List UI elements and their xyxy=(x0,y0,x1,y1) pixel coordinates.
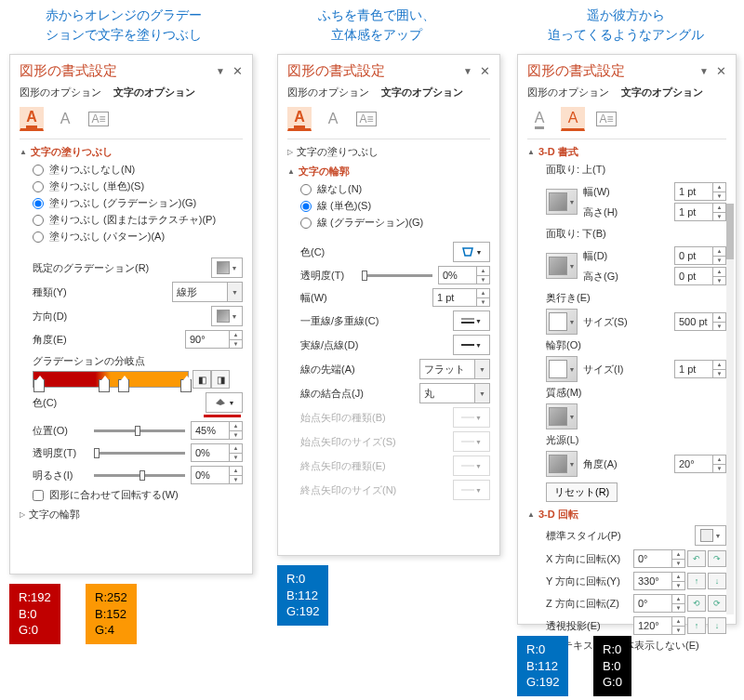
bevel-bottom-dropdown[interactable]: ▼ xyxy=(546,253,578,279)
rz-spinner[interactable]: 0°▲▼ xyxy=(633,594,685,613)
outline-transparency-spinner[interactable]: 0%▲▼ xyxy=(438,266,490,284)
radio-nofill[interactable] xyxy=(33,165,44,176)
tab-shape-options[interactable]: 図形のオプション xyxy=(20,86,101,98)
ry-up-button[interactable]: ↑ xyxy=(687,573,706,589)
arrow-end-dropdown: ▼ xyxy=(453,456,490,476)
textbox-icon[interactable]: A≡ xyxy=(86,107,111,131)
persp-up-button[interactable]: ↑ xyxy=(687,617,706,634)
scrollbar[interactable] xyxy=(726,204,734,614)
close-icon[interactable]: ✕ xyxy=(480,64,490,78)
rotate-with-shape-checkbox[interactable] xyxy=(33,490,44,501)
gradient-type-dropdown[interactable]: 線形▼ xyxy=(172,282,243,302)
brightness-slider[interactable] xyxy=(94,474,185,477)
compound-type-dropdown[interactable]: ▼ xyxy=(453,310,490,331)
label-position: 位置(O) xyxy=(33,424,88,438)
text-effects-icon[interactable]: A xyxy=(321,107,345,131)
tab-text-options[interactable]: 文字のオプション xyxy=(113,86,195,98)
radio-line-gradient[interactable] xyxy=(300,218,312,229)
colorbox-blue-2: R:0B:112G:192 xyxy=(517,636,568,696)
perspective-spinner[interactable]: 120°▲▼ xyxy=(633,616,685,635)
panel-title: 図形の書式設定 xyxy=(527,62,625,80)
colorbox-blue-1: R:0B:112G:192 xyxy=(277,565,328,626)
preset-gradient-dropdown[interactable]: ▼ xyxy=(211,258,243,278)
transparency-slider[interactable] xyxy=(94,452,185,455)
label-preset3d: 標準スタイル(P) xyxy=(546,529,695,543)
section-3d-rotation[interactable]: ▲3-D 回転 xyxy=(527,508,726,522)
outline-color-button[interactable]: ▼ xyxy=(453,242,490,262)
remove-stop-button[interactable]: ◨ xyxy=(211,370,230,389)
label-bevel-bottom: 面取り: 下(B) xyxy=(546,227,726,241)
panel-collapse-icon[interactable]: ▼ xyxy=(216,66,225,76)
section-text-outline[interactable]: ▲文字の輪郭 xyxy=(287,165,490,178)
radio-noline[interactable] xyxy=(300,184,312,195)
label-lighting: 光源(L) xyxy=(546,433,726,447)
text-fill-outline-icon[interactable]: A xyxy=(287,107,312,131)
panel-collapse-icon[interactable]: ▼ xyxy=(699,66,709,76)
rx-spinner[interactable]: 0°▲▼ xyxy=(633,549,685,568)
brightness-spinner[interactable]: 0%▲▼ xyxy=(191,466,243,484)
material-dropdown[interactable]: ▼ xyxy=(546,403,578,429)
section-text-outline[interactable]: ▷文字の輪郭 xyxy=(20,508,243,522)
section-3d-format[interactable]: ▲3-D 書式 xyxy=(527,145,726,159)
add-stop-button[interactable]: ◧ xyxy=(193,370,211,389)
position-slider[interactable] xyxy=(94,429,185,432)
label-arrow-end: 終点矢印の種類(E) xyxy=(300,459,453,473)
angle-spinner[interactable]: 90°▲▼ xyxy=(185,330,243,349)
position-spinner[interactable]: 45%▲▼ xyxy=(191,421,243,440)
lighting-dropdown[interactable]: ▼ xyxy=(546,451,578,477)
gradient-direction-dropdown[interactable]: ▼ xyxy=(211,306,243,326)
tab-text-options[interactable]: 文字のオプション xyxy=(621,86,703,98)
radio-line-solid[interactable] xyxy=(300,201,312,212)
radio-picture[interactable] xyxy=(33,215,44,226)
persp-down-button[interactable]: ↓ xyxy=(708,617,726,634)
label-width: 幅(W) xyxy=(300,291,432,305)
ry-down-button[interactable]: ↓ xyxy=(708,573,726,589)
textbox-icon[interactable]: A≡ xyxy=(594,107,618,131)
text-effects-icon[interactable]: A xyxy=(561,107,585,131)
rotation-preset-dropdown[interactable]: ▼ xyxy=(695,525,726,546)
join-type-dropdown[interactable]: 丸▼ xyxy=(419,383,490,403)
dash-type-dropdown[interactable]: ▼ xyxy=(453,335,490,355)
arrow-end-size-dropdown: ▼ xyxy=(453,480,490,500)
close-icon[interactable]: ✕ xyxy=(232,64,243,78)
label-angle: 角度(E) xyxy=(33,333,185,347)
depth-size-spinner[interactable]: 500 pt▲▼ xyxy=(674,312,726,331)
caption-mid: ふちを青色で囲い、立体感をアップ xyxy=(270,6,484,45)
bevel-top-width-spinner[interactable]: 1 pt▲▼ xyxy=(674,182,726,201)
outline-width-spinner[interactable]: 1 pt▲▼ xyxy=(432,288,490,307)
section-text-fill[interactable]: ▲文字の塗りつぶし xyxy=(20,145,243,159)
outline-transparency-slider[interactable] xyxy=(362,274,432,277)
rx-right-button[interactable]: ↷ xyxy=(708,550,726,567)
contour-size-spinner[interactable]: 1 pt▲▼ xyxy=(674,360,726,378)
depth-color-dropdown[interactable]: ▼ xyxy=(546,309,578,335)
cap-type-dropdown[interactable]: フラット▼ xyxy=(419,359,490,379)
ry-spinner[interactable]: 330°▲▼ xyxy=(633,572,685,590)
rz-cw-button[interactable]: ⟳ xyxy=(708,595,726,612)
bevel-top-dropdown[interactable]: ▼ xyxy=(546,189,578,215)
label-rx: X 方向に回転(X) xyxy=(546,552,633,566)
radio-gradient[interactable] xyxy=(33,198,44,209)
transparency-spinner[interactable]: 0%▲▼ xyxy=(191,443,243,462)
tab-text-options[interactable]: 文字のオプション xyxy=(381,86,463,98)
close-icon[interactable]: ✕ xyxy=(716,64,726,78)
rx-left-button[interactable]: ↶ xyxy=(687,550,706,567)
text-fill-outline-icon[interactable]: A xyxy=(20,107,44,131)
contour-color-dropdown[interactable]: ▼ xyxy=(546,356,578,382)
rz-ccw-button[interactable]: ⟲ xyxy=(687,595,706,612)
color-picker-button[interactable]: ▼ xyxy=(206,392,243,413)
gradient-stops-bar[interactable] xyxy=(33,371,189,388)
bevel-top-height-spinner[interactable]: 1 pt▲▼ xyxy=(674,203,726,221)
tab-shape-options[interactable]: 図形のオプション xyxy=(527,86,609,98)
radio-solid[interactable] xyxy=(33,181,44,192)
lighting-angle-spinner[interactable]: 20°▲▼ xyxy=(674,455,726,473)
text-effects-icon[interactable]: A xyxy=(53,107,77,131)
tab-shape-options[interactable]: 図形のオプション xyxy=(287,86,369,98)
bevel-bot-width-spinner[interactable]: 0 pt▲▼ xyxy=(674,246,726,265)
panel-collapse-icon[interactable]: ▼ xyxy=(463,66,472,76)
section-text-fill[interactable]: ▷文字の塗りつぶし xyxy=(287,145,490,159)
textbox-icon[interactable]: A≡ xyxy=(354,107,379,131)
radio-pattern[interactable] xyxy=(33,231,44,243)
reset-button[interactable]: リセット(R) xyxy=(546,482,618,502)
text-fill-outline-icon[interactable]: A xyxy=(527,107,551,131)
bevel-bot-height-spinner[interactable]: 0 pt▲▼ xyxy=(674,267,726,285)
